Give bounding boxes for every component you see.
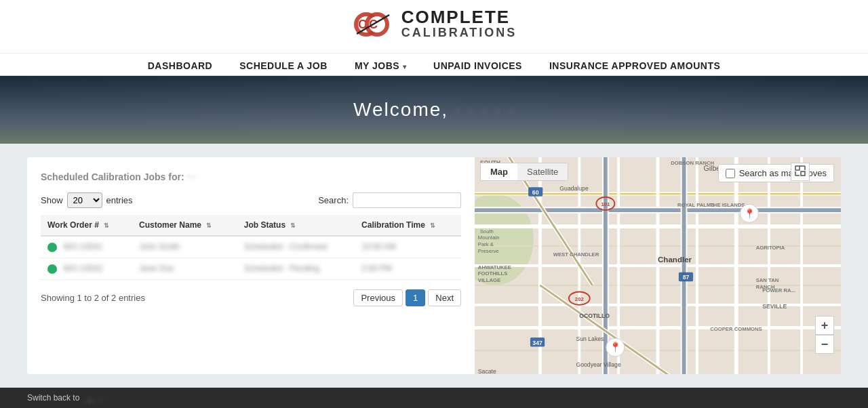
switch-back-name[interactable]: · (100, 393, 102, 403)
switch-back-label: Switch back to (27, 393, 79, 403)
svg-text:101: 101 (601, 201, 610, 207)
nav-unpaid-invoices[interactable]: UNPAID INVOICES (433, 60, 522, 71)
col-work-order[interactable]: Work Order # ⇅ (41, 215, 132, 236)
svg-text:202: 202 (575, 296, 584, 302)
col-customer-name[interactable]: Customer Name ⇅ (132, 215, 237, 236)
tab-satellite[interactable]: Satellite (517, 163, 568, 180)
welcome-label: Welcome, (353, 99, 448, 120)
tab-map[interactable]: Map (481, 163, 517, 180)
page-1-button[interactable]: 1 (406, 289, 425, 306)
nav-my-jobs[interactable]: MY JOBS ▾ (355, 60, 406, 71)
sort-icon-customer: ⇅ (206, 222, 212, 229)
sort-icon-time: ⇅ (430, 222, 435, 229)
nav-dashboard[interactable]: DASHBOARD (148, 60, 213, 71)
jobs-table: Work Order # ⇅ Customer Name ⇅ Job Statu… (41, 215, 461, 280)
svg-text:SAN TAN: SAN TAN (756, 277, 779, 283)
svg-text:FOOTHILLS: FOOTHILLS (478, 270, 508, 277)
sort-icon-status: ⇅ (290, 222, 296, 229)
svg-text:AHWATUKEE: AHWATUKEE (478, 264, 511, 270)
svg-text:THE ISLANDS: THE ISLANDS (710, 202, 745, 208)
svg-text:Mountain: Mountain (478, 234, 500, 241)
cell-calibration-time: 10:00 AM (355, 236, 461, 258)
cell-job-status: Scheduled - Pending (237, 258, 355, 279)
logo-icon: C C (351, 8, 395, 41)
bottom-bar: Switch back to · · · (0, 388, 868, 408)
entries-select[interactable]: 20 50 100 (67, 192, 102, 208)
svg-rect-76 (801, 171, 805, 176)
map-background: 60 101 87 202 347 Gilbert Chandler South… (475, 157, 841, 374)
col-calibration-time[interactable]: Calibration Time ⇅ (355, 215, 461, 236)
search-box: Search: (318, 192, 461, 208)
pagination-info: Showing 1 to 2 of 2 entries (41, 293, 145, 303)
svg-text:South: South (480, 228, 494, 234)
logo-calibrations: CALIBRATIONS (401, 26, 517, 41)
search-as-moves-label: Search as map moves (739, 168, 827, 178)
welcome-message: Welcome, · · · · · (353, 99, 515, 121)
svg-text:Preserve: Preserve (478, 248, 499, 254)
zoom-controls: + − (815, 316, 834, 354)
svg-text:COOPER COMMONS: COOPER COMMONS (710, 326, 762, 332)
page-buttons: Previous 1 Next (353, 289, 461, 306)
hero-username: · · · · · (455, 99, 515, 120)
svg-text:DOBSON RANCH: DOBSON RANCH (671, 160, 714, 166)
svg-text:60: 60 (532, 189, 539, 196)
logo-text: COMPLETE CALIBRATIONS (401, 8, 517, 41)
svg-text:Sun Lakes: Sun Lakes (576, 335, 604, 342)
svg-text:📍: 📍 (744, 208, 755, 220)
table-body: WO-10041 John Smith Scheduled - Confirme… (41, 236, 461, 279)
nav-schedule-job[interactable]: SCHEDULE A JOB (239, 60, 328, 71)
panel-title: Scheduled Calibration Jobs for: · · (41, 171, 461, 183)
svg-text:Sacate: Sacate (478, 368, 496, 374)
hero-banner: Welcome, · · · · · (0, 76, 868, 144)
switch-back-link[interactable]: · · (86, 393, 93, 403)
svg-text:📍: 📍 (610, 342, 621, 353)
search-label: Search: (318, 195, 349, 205)
logo-complete: COMPLETE (401, 8, 517, 26)
jobs-panel: Scheduled Calibration Jobs for: · · Show… (27, 157, 475, 374)
cell-customer-name: John Smith (132, 236, 237, 258)
cell-work-order: WO-10041 (41, 236, 132, 258)
zoom-in-button[interactable]: + (815, 316, 834, 335)
cell-work-order: WO-10042 (41, 258, 132, 279)
table-header: Work Order # ⇅ Customer Name ⇅ Job Statu… (41, 215, 461, 236)
table-controls: Show 20 50 100 entries Search: (41, 192, 461, 208)
show-entries-control: Show 20 50 100 entries (41, 192, 133, 208)
pagination: Showing 1 to 2 of 2 entries Previous 1 N… (41, 289, 461, 306)
zoom-out-button[interactable]: − (815, 335, 834, 354)
search-as-moves-control: Search as map moves (718, 164, 834, 182)
svg-text:Chandler: Chandler (658, 256, 692, 264)
panel-title-name: · · (187, 171, 195, 182)
svg-text:POWER RA...: POWER RA... (762, 287, 795, 293)
map-tabs: Map Satellite (480, 163, 568, 181)
cell-customer-name: Jane Doe (132, 258, 237, 279)
logo: C C COMPLETE CALIBRATIONS (351, 8, 517, 41)
svg-text:87: 87 (683, 274, 690, 281)
header: C C COMPLETE CALIBRATIONS (0, 0, 868, 54)
svg-text:Goodyear Village: Goodyear Village (576, 361, 620, 368)
svg-text:VILLAGE: VILLAGE (478, 277, 500, 283)
svg-text:OCOTILLO: OCOTILLO (579, 312, 610, 319)
svg-text:Guadalupe: Guadalupe (559, 185, 589, 192)
main-nav: DASHBOARD SCHEDULE A JOB MY JOBS ▾ UNPAI… (0, 54, 868, 76)
nav-insurance-approved[interactable]: INSURANCE APPROVED AMOUNTS (549, 60, 720, 71)
svg-text:ROYAL PALMS: ROYAL PALMS (677, 202, 715, 208)
table-row: WO-10042 Jane Doe Scheduled - Pending 2:… (41, 258, 461, 279)
main-content: Scheduled Calibration Jobs for: · · Show… (0, 144, 868, 388)
expand-icon[interactable] (791, 163, 810, 181)
search-input[interactable] (353, 192, 461, 208)
show-label: Show (41, 195, 63, 205)
col-job-status[interactable]: Job Status ⇅ (237, 215, 355, 236)
status-dot-green (47, 264, 57, 274)
map-panel: 60 101 87 202 347 Gilbert Chandler South… (475, 157, 841, 374)
svg-text:SEVILLE: SEVILLE (762, 303, 787, 310)
svg-text:AGRITOPIA: AGRITOPIA (756, 245, 785, 251)
entries-label: entries (106, 195, 133, 205)
table-row: WO-10041 John Smith Scheduled - Confirme… (41, 236, 461, 258)
prev-button[interactable]: Previous (353, 289, 403, 306)
svg-rect-75 (795, 166, 800, 170)
status-dot-green (47, 243, 57, 252)
search-as-moves-checkbox[interactable] (726, 169, 735, 178)
svg-text:Park &: Park & (478, 241, 494, 247)
next-button[interactable]: Next (428, 289, 461, 306)
sort-icon-workorder: ⇅ (104, 222, 109, 229)
